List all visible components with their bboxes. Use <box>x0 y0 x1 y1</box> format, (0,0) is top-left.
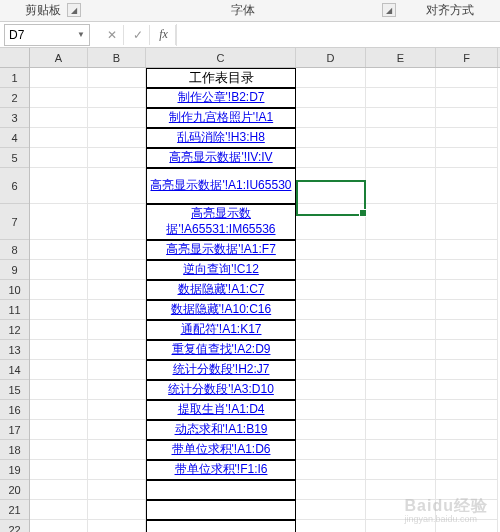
row-header[interactable]: 12 <box>0 320 29 340</box>
cell[interactable] <box>30 280 88 300</box>
cell[interactable] <box>296 360 366 380</box>
row-header[interactable]: 21 <box>0 500 29 520</box>
cell[interactable] <box>296 380 366 400</box>
cell[interactable] <box>30 108 88 128</box>
hyperlink-cell[interactable]: 统计分数段'!H2:J7 <box>146 360 296 380</box>
cell[interactable] <box>366 260 436 280</box>
cell[interactable] <box>30 128 88 148</box>
cell[interactable] <box>30 520 88 532</box>
cell[interactable] <box>296 68 366 88</box>
cell[interactable] <box>30 204 88 240</box>
cell[interactable] <box>436 400 498 420</box>
cell[interactable] <box>88 240 146 260</box>
cell[interactable] <box>296 400 366 420</box>
row-header[interactable]: 4 <box>0 128 29 148</box>
cell[interactable] <box>88 204 146 240</box>
hyperlink-cell[interactable]: 逆向查询'!C12 <box>146 260 296 280</box>
cell[interactable] <box>366 520 436 532</box>
hyperlink-cell[interactable]: 提取生肖'!A1:D4 <box>146 400 296 420</box>
cell[interactable] <box>366 420 436 440</box>
cell[interactable] <box>296 420 366 440</box>
cell[interactable] <box>30 360 88 380</box>
row-header[interactable]: 5 <box>0 148 29 168</box>
cell[interactable] <box>436 500 498 520</box>
cell[interactable] <box>30 480 88 500</box>
confirm-icon[interactable]: ✓ <box>126 25 150 45</box>
cell[interactable] <box>88 380 146 400</box>
cell[interactable] <box>436 68 498 88</box>
cancel-icon[interactable]: ✕ <box>100 25 124 45</box>
row-header[interactable]: 10 <box>0 280 29 300</box>
chevron-down-icon[interactable]: ▼ <box>77 30 85 39</box>
cell[interactable] <box>296 480 366 500</box>
hyperlink-cell[interactable]: 高亮显示数据'!IV:IV <box>146 148 296 168</box>
cell[interactable] <box>146 480 296 500</box>
cell[interactable] <box>436 520 498 532</box>
cell[interactable] <box>366 168 436 204</box>
cell[interactable] <box>436 300 498 320</box>
cell[interactable] <box>436 360 498 380</box>
cell[interactable] <box>88 480 146 500</box>
cell[interactable] <box>88 260 146 280</box>
row-header[interactable]: 14 <box>0 360 29 380</box>
cell[interactable] <box>436 148 498 168</box>
column-header[interactable]: A <box>30 48 88 67</box>
row-header[interactable]: 2 <box>0 88 29 108</box>
row-header[interactable]: 9 <box>0 260 29 280</box>
hyperlink-cell[interactable]: 通配符'!A1:K17 <box>146 320 296 340</box>
column-header[interactable]: D <box>296 48 366 67</box>
cell[interactable] <box>88 440 146 460</box>
row-header[interactable]: 7 <box>0 204 29 240</box>
cell[interactable] <box>30 460 88 480</box>
cell[interactable] <box>296 204 366 240</box>
cell[interactable] <box>436 240 498 260</box>
row-header[interactable]: 3 <box>0 108 29 128</box>
select-all-corner[interactable] <box>0 48 29 68</box>
cell[interactable] <box>30 88 88 108</box>
hyperlink-cell[interactable]: 制作公章'!B2:D7 <box>146 88 296 108</box>
fx-icon[interactable]: fx <box>152 25 176 45</box>
dialog-launcher-icon[interactable]: ◢ <box>382 3 396 17</box>
cell[interactable] <box>436 460 498 480</box>
dialog-launcher-icon[interactable]: ◢ <box>67 3 81 17</box>
cell[interactable] <box>30 500 88 520</box>
cell[interactable] <box>30 340 88 360</box>
cell[interactable] <box>296 500 366 520</box>
cell[interactable] <box>296 520 366 532</box>
cell[interactable] <box>366 500 436 520</box>
row-header[interactable]: 6 <box>0 168 29 204</box>
column-header[interactable]: F <box>436 48 498 67</box>
cell[interactable] <box>366 460 436 480</box>
cell[interactable] <box>88 340 146 360</box>
cell[interactable] <box>88 128 146 148</box>
hyperlink-cell[interactable]: 高亮显示数据'!A1:IU65530 <box>146 168 296 204</box>
cell[interactable] <box>366 280 436 300</box>
cell[interactable] <box>296 300 366 320</box>
cell[interactable] <box>296 260 366 280</box>
cell[interactable] <box>436 168 498 204</box>
cell[interactable] <box>366 204 436 240</box>
cell[interactable] <box>366 320 436 340</box>
cell[interactable] <box>296 148 366 168</box>
hyperlink-cell[interactable]: 数据隐藏'!A10:C16 <box>146 300 296 320</box>
cell[interactable] <box>296 88 366 108</box>
cell[interactable] <box>436 440 498 460</box>
row-header[interactable]: 20 <box>0 480 29 500</box>
hyperlink-cell[interactable]: 带单位求积'!F1:I6 <box>146 460 296 480</box>
cell[interactable] <box>30 400 88 420</box>
cell[interactable] <box>436 204 498 240</box>
cell[interactable] <box>366 380 436 400</box>
hyperlink-cell[interactable]: 数据隐藏'!A1:C7 <box>146 280 296 300</box>
cell[interactable] <box>296 280 366 300</box>
cell[interactable] <box>366 108 436 128</box>
cell[interactable] <box>88 88 146 108</box>
cell[interactable] <box>30 440 88 460</box>
row-header[interactable]: 16 <box>0 400 29 420</box>
hyperlink-cell[interactable]: 高亮显示数据'!A65531:IM65536 <box>146 204 296 240</box>
cell[interactable] <box>30 320 88 340</box>
cell[interactable] <box>436 340 498 360</box>
cell[interactable] <box>366 360 436 380</box>
cell[interactable] <box>436 88 498 108</box>
hyperlink-cell[interactable]: 带单位求积'!A1:D6 <box>146 440 296 460</box>
cell[interactable] <box>436 128 498 148</box>
